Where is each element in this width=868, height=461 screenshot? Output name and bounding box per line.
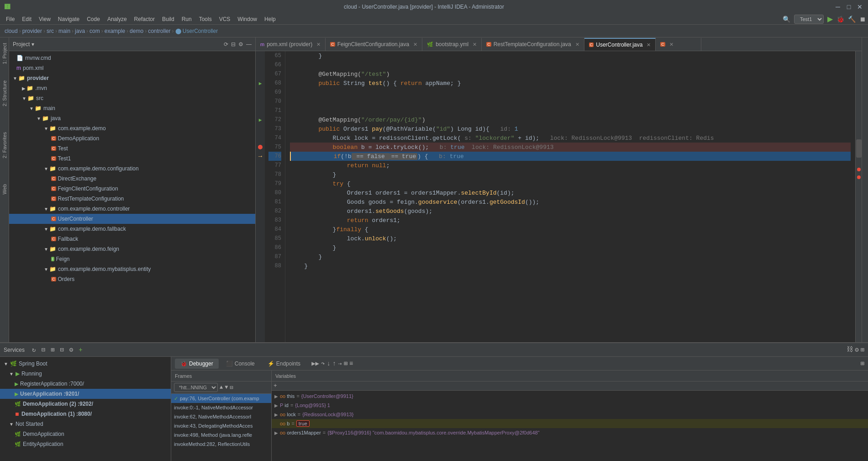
frame-down-btn[interactable]: ▼ (225, 384, 228, 391)
maximize-btn[interactable]: □ (845, 3, 852, 11)
tree-fallback-class[interactable]: C Fallback (9, 234, 255, 244)
menu-file[interactable]: File (2, 15, 18, 23)
debug-run-to-cursor[interactable]: ⇢ (338, 360, 342, 367)
tree-controller[interactable]: ▼ 📁 com.example.demo.controller (9, 204, 255, 214)
debug-watches-btn[interactable]: ≡ (349, 360, 353, 367)
tree-com-example-demo[interactable]: ▼ 📁 com.example.demo (9, 123, 255, 133)
menu-run[interactable]: Run (178, 15, 195, 23)
debug-step-into-btn[interactable]: ↓ (326, 360, 330, 367)
menu-edit[interactable]: Edit (18, 15, 35, 23)
breadcrumb-main[interactable]: main (58, 28, 70, 34)
tree-mvnw-cmd[interactable]: 📄 mvnw.cmd (9, 53, 255, 63)
debug-step-over-btn[interactable]: ↷ (321, 360, 325, 367)
sync-icon[interactable]: ⟳ (224, 41, 228, 48)
expand-all-btn[interactable]: ⊞ (49, 345, 56, 355)
breadcrumb-cloud[interactable]: cloud (5, 28, 18, 34)
minimize-btn[interactable]: ─ (834, 3, 842, 11)
tree-demo-application[interactable]: C DemoApplication (9, 133, 255, 143)
collapse-all-btn[interactable]: ⊟ (39, 345, 47, 355)
add-btn[interactable]: + (77, 345, 84, 355)
menu-analyze[interactable]: Analyze (104, 15, 131, 23)
breadcrumb-java[interactable]: java (75, 28, 85, 34)
svc-demo-app-ns[interactable]: 🌿 DemoApplication (0, 429, 171, 439)
tree-orders[interactable]: C Orders (9, 274, 255, 284)
tab-feign-config[interactable]: C FeignClientConfiguration.java ✕ (326, 38, 422, 51)
stop-button[interactable]: ⏹ (859, 16, 866, 23)
tree-rest-template[interactable]: C RestTemplateConfiguration (9, 194, 255, 204)
svc-register-app[interactable]: ▶ RegisterApplication :7000/ (0, 379, 171, 389)
tab-console[interactable]: ⬛ Console (221, 359, 260, 369)
debug-button[interactable]: 🐞 (836, 16, 844, 23)
var-add-btn[interactable]: + (274, 382, 277, 389)
tree-provider[interactable]: ▼ 📁 provider (9, 73, 255, 83)
frame-invoke-498[interactable]: invoke:498, Method (java.lang.refle (171, 430, 271, 440)
tab-bootstrap[interactable]: 🌿 bootstrap.yml ✕ (422, 38, 482, 51)
tab-c[interactable]: C ✕ (656, 38, 701, 51)
settings-icon[interactable]: ⚙ (238, 41, 243, 48)
tree-configuration[interactable]: ▼ 📁 com.example.demo.configuration (9, 164, 255, 174)
frame-up-btn[interactable]: ▲ (220, 384, 223, 391)
frame-pay-76[interactable]: ✓ pay:76, UserController (com.examp (171, 394, 271, 403)
tree-feign-class[interactable]: I Feign (9, 254, 255, 264)
link-icon[interactable]: ⛓ (847, 346, 853, 354)
tree-main[interactable]: ▼ 📁 main (9, 103, 255, 113)
var-b[interactable]: ▶ oo b = true (272, 419, 868, 428)
tree-feign-config[interactable]: C FeignClientConfiguration (9, 184, 255, 194)
tree-pom-xml[interactable]: m pom.xml (9, 63, 255, 73)
favorites-tab[interactable]: 2: Favorites (1, 128, 8, 162)
frame-invoke-62[interactable]: invoke:62, NativeMethodAccessorI (171, 412, 271, 421)
search-icon[interactable]: 🔍 (783, 16, 790, 23)
tree-feign[interactable]: ▼ 📁 com.example.demo.feign (9, 244, 255, 254)
close-btn[interactable]: ✕ (856, 3, 863, 11)
code-editor[interactable]: ▶ ▶ → (256, 51, 862, 342)
thread-dropdown[interactable]: *htt...NNING (174, 383, 218, 392)
breakpoint-75[interactable] (258, 145, 263, 149)
debug-eval-btn[interactable]: ⊞ (344, 360, 347, 367)
menu-help[interactable]: Help (261, 15, 279, 23)
menu-code[interactable]: Code (83, 15, 104, 23)
menu-window[interactable]: Window (234, 15, 261, 23)
svc-not-started[interactable]: ▼ Not Started (0, 419, 171, 429)
frame-filter-btn[interactable]: ⊟ (230, 384, 233, 391)
svc-running[interactable]: ▼ ▶ Running (0, 369, 171, 379)
frame-invoke-0[interactable]: invoke:0:-1, NativeMethodAccessor (171, 403, 271, 412)
debug-panel-expand[interactable]: ⊞ (861, 360, 864, 367)
var-orders1mapper[interactable]: ▶ oo orders1Mapper = {$Proxy116@9916} "c… (272, 428, 868, 437)
tree-src[interactable]: ▼ 📁 src (9, 93, 255, 103)
tab-debugger[interactable]: 🐞 Debugger (175, 359, 219, 369)
frame-invoke-282[interactable]: invokeMethod:282, ReflectionUtils (171, 440, 271, 449)
tab-close-uc[interactable]: ✕ (647, 42, 651, 48)
breadcrumb-example[interactable]: example (105, 28, 125, 34)
debug-resume-btn[interactable]: ▶▶ (311, 360, 319, 367)
tree-mybatisplus[interactable]: ▼ 📁 com.example.demo.mybatisplus.entity (9, 264, 255, 274)
tab-close-rt[interactable]: ✕ (575, 42, 579, 48)
code-content[interactable]: } @GetMapping("/test") public String tes… (285, 51, 855, 342)
expand-panel-icon[interactable]: ⊞ (861, 346, 864, 354)
tree-java[interactable]: ▼ 📁 java (9, 113, 255, 123)
tab-pom-xml[interactable]: m pom.xml (provider) ✕ (256, 38, 326, 51)
svc-user-app[interactable]: ▶ UserApplication :9201/ (0, 389, 171, 399)
var-this[interactable]: ▶ oo this = {UserController@9911} (272, 392, 868, 401)
web-tab[interactable]: Web (1, 180, 8, 198)
close-panel-icon[interactable]: — (246, 41, 252, 48)
tab-rest-template[interactable]: C RestTemplateConfiguration.java ✕ (482, 38, 584, 51)
settings-btn-svc[interactable]: ⚙ (68, 345, 75, 355)
run-config-dropdown[interactable]: Test1 (794, 15, 824, 24)
tree-user-controller[interactable]: C UserController (9, 214, 255, 224)
frame-invoke-43[interactable]: invoke:43, DelegatingMethodAcces (171, 421, 271, 430)
svc-entity-app[interactable]: 🌿 EntityApplication (0, 439, 171, 449)
refresh-btn[interactable]: ↻ (30, 345, 37, 355)
scrollbar-thumb[interactable] (856, 139, 862, 158)
svc-demo-app-2[interactable]: 🌿 DemoApplication (2) :9202/ (0, 399, 171, 409)
menu-tools[interactable]: Tools (195, 15, 216, 23)
filter-btn[interactable]: ⊟ (58, 345, 65, 355)
debug-step-out-btn[interactable]: ↑ (332, 360, 336, 367)
build-button[interactable]: 🔨 (848, 16, 856, 23)
collapse-icon[interactable]: ⊟ (231, 41, 236, 48)
breadcrumb-usercontroller[interactable]: ⬤ UserController (175, 28, 218, 34)
window-controls[interactable]: ─ □ ✕ (834, 3, 863, 11)
run-gutter-68[interactable]: ▶ (259, 80, 262, 86)
tab-close-bootstrap[interactable]: ✕ (473, 42, 477, 48)
tab-close-pom[interactable]: ✕ (316, 42, 321, 48)
editor-scrollbar[interactable] (855, 51, 862, 342)
